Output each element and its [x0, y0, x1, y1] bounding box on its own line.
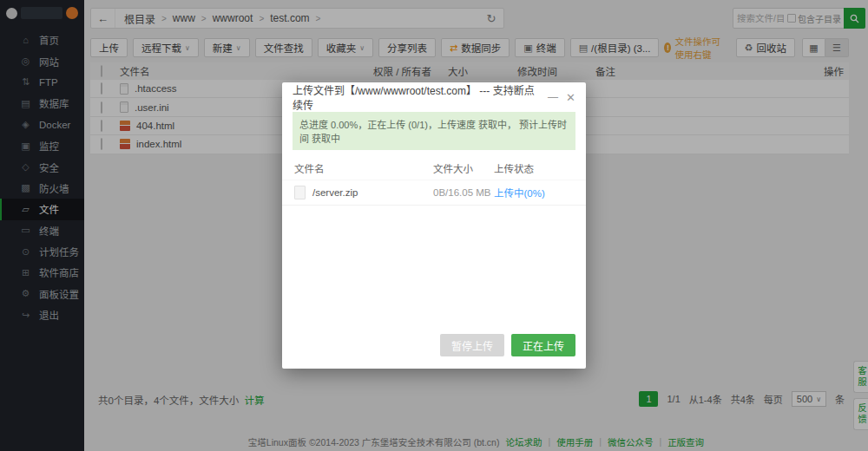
dialog-footer: 暂停上传 正在上传 — [282, 325, 586, 369]
upload-progress-banner: 总进度 0.00%，正在上传 (0/1)，上传速度 获取中， 预计上传时间 获取… — [293, 112, 575, 150]
upload-file-row: /server.zip 0B/16.05 MB 上传中(0%) — [282, 180, 586, 206]
close-icon[interactable]: ✕ — [566, 91, 575, 104]
upload-col-size: 文件大小 — [433, 161, 494, 175]
upload-file-status[interactable]: 上传中(0%) — [494, 186, 574, 199]
dialog-title: 上传文件到【/www/wwwroot/test.com】 --- 支持断点续传 — [293, 82, 540, 112]
uploading-button[interactable]: 正在上传 — [511, 334, 575, 356]
dialog-body-space — [282, 206, 586, 325]
upload-file-size: 0B/16.05 MB — [433, 187, 494, 198]
upload-file-name: /server.zip — [312, 187, 358, 198]
pause-upload-button[interactable]: 暂停上传 — [440, 334, 504, 356]
upload-table-header: 文件名 文件大小 上传状态 — [282, 157, 586, 180]
upload-dialog: 上传文件到【/www/wwwroot/test.com】 --- 支持断点续传 … — [282, 82, 586, 369]
upload-col-status: 上传状态 — [494, 161, 574, 175]
dialog-header: 上传文件到【/www/wwwroot/test.com】 --- 支持断点续传 … — [282, 82, 586, 112]
upload-col-filename: 文件名 — [294, 161, 433, 175]
file-icon — [294, 186, 306, 199]
minimize-icon[interactable]: — — [548, 91, 558, 103]
